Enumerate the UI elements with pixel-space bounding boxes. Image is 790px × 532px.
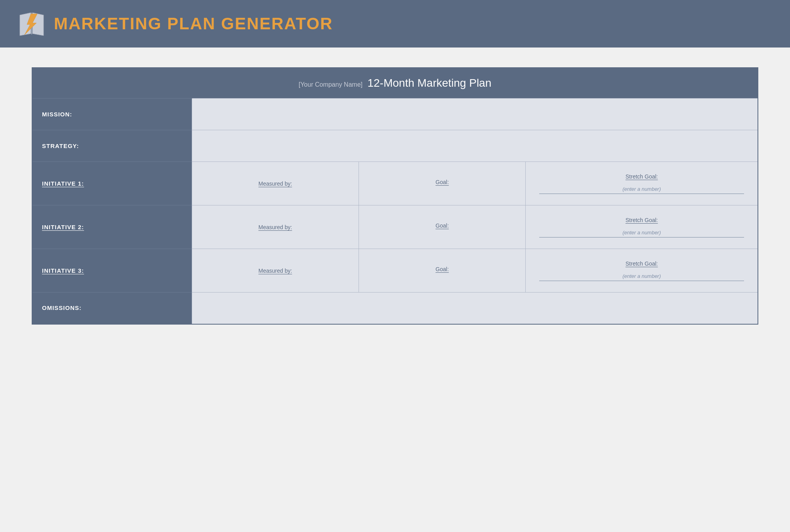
strategy-row: STRATEGY: xyxy=(32,130,758,162)
header-title: MARKETING PLAN GENERATOR xyxy=(54,14,333,33)
initiative3-measured-by: Measured by: xyxy=(202,268,349,274)
initiative2-stretch-cell[interactable]: Stretch Goal: (enter a number) xyxy=(526,205,758,249)
initiative3-goal-cell[interactable]: Goal: xyxy=(359,249,525,293)
initiative1-goal-cell[interactable]: Goal: xyxy=(359,162,525,205)
initiative1-label: INITIATIVE 1: xyxy=(42,180,84,187)
plan-table: [Your Company Name] 12-Month Marketing P… xyxy=(32,67,758,325)
initiative3-number-placeholder: (enter a number) xyxy=(539,273,744,281)
strategy-content-cell[interactable] xyxy=(192,130,758,162)
main-content: [Your Company Name] 12-Month Marketing P… xyxy=(0,48,790,344)
initiative3-label: INITIATIVE 3: xyxy=(42,267,84,274)
initiative1-stretch-cell[interactable]: Stretch Goal: (enter a number) xyxy=(526,162,758,205)
initiative2-stretch-goal: Stretch Goal: xyxy=(535,217,748,223)
initiative1-row: INITIATIVE 1: Measured by: Goal: Stretch… xyxy=(32,162,758,205)
mission-row: MISSION: xyxy=(32,99,758,130)
plan-header-row: [Your Company Name] 12-Month Marketing P… xyxy=(32,68,758,99)
company-name-label: [Your Company Name] xyxy=(299,81,363,88)
initiative1-measured-by-cell[interactable]: Measured by: xyxy=(192,162,359,205)
initiative3-row: INITIATIVE 3: Measured by: Goal: Stretch… xyxy=(32,249,758,293)
initiative3-measured-by-cell[interactable]: Measured by: xyxy=(192,249,359,293)
omissions-row: OMISSIONS: xyxy=(32,293,758,324)
mission-content-cell[interactable] xyxy=(192,99,758,130)
initiative2-label: INITIATIVE 2: xyxy=(42,224,84,230)
initiative3-label-cell: INITIATIVE 3: xyxy=(32,249,192,293)
initiative2-measured-by-cell[interactable]: Measured by: xyxy=(192,205,359,249)
strategy-label: STRATEGY: xyxy=(42,142,79,149)
plan-title: 12-Month Marketing Plan xyxy=(367,77,491,89)
initiative3-stretch-goal: Stretch Goal: xyxy=(535,260,748,267)
header-logo: MARKETING PLAN GENERATOR xyxy=(16,8,333,40)
omissions-label: OMISSIONS: xyxy=(42,304,82,311)
plan-header-cell: [Your Company Name] 12-Month Marketing P… xyxy=(32,68,758,99)
initiative1-goal: Goal: xyxy=(368,179,516,185)
logo-icon xyxy=(16,8,48,40)
initiative3-stretch-cell[interactable]: Stretch Goal: (enter a number) xyxy=(526,249,758,293)
mission-label-cell: MISSION: xyxy=(32,99,192,130)
initiative3-goal: Goal: xyxy=(368,266,516,272)
initiative2-label-cell: INITIATIVE 2: xyxy=(32,205,192,249)
initiative1-stretch-goal: Stretch Goal: xyxy=(535,173,748,180)
omissions-label-cell: OMISSIONS: xyxy=(32,293,192,324)
omissions-content-cell[interactable] xyxy=(192,293,758,324)
initiative2-measured-by: Measured by: xyxy=(202,224,349,230)
mission-label: MISSION: xyxy=(42,111,72,118)
initiative2-row: INITIATIVE 2: Measured by: Goal: Stretch… xyxy=(32,205,758,249)
initiative1-number-placeholder: (enter a number) xyxy=(539,186,744,194)
initiative2-number-placeholder: (enter a number) xyxy=(539,230,744,238)
initiative1-measured-by: Measured by: xyxy=(202,180,349,187)
initiative2-goal-cell[interactable]: Goal: xyxy=(359,205,525,249)
initiative2-goal: Goal: xyxy=(368,222,516,229)
header: MARKETING PLAN GENERATOR xyxy=(0,0,790,48)
initiative1-label-cell: INITIATIVE 1: xyxy=(32,162,192,205)
strategy-label-cell: STRATEGY: xyxy=(32,130,192,162)
